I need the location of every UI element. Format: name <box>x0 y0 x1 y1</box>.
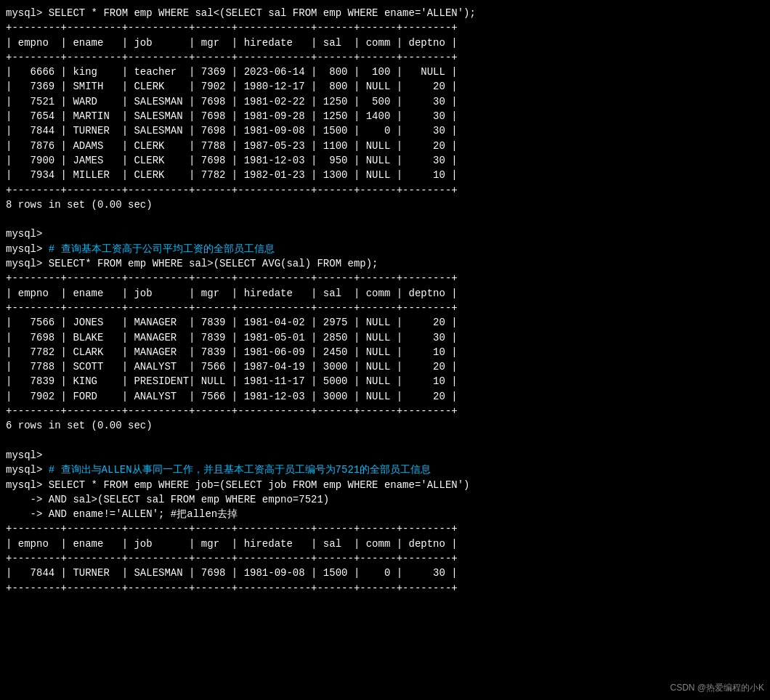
watermark: CSDN @热爱编程的小K <box>670 682 764 694</box>
terminal-output: mysql> SELECT * FROM emp WHERE sal<(SELE… <box>6 6 764 595</box>
